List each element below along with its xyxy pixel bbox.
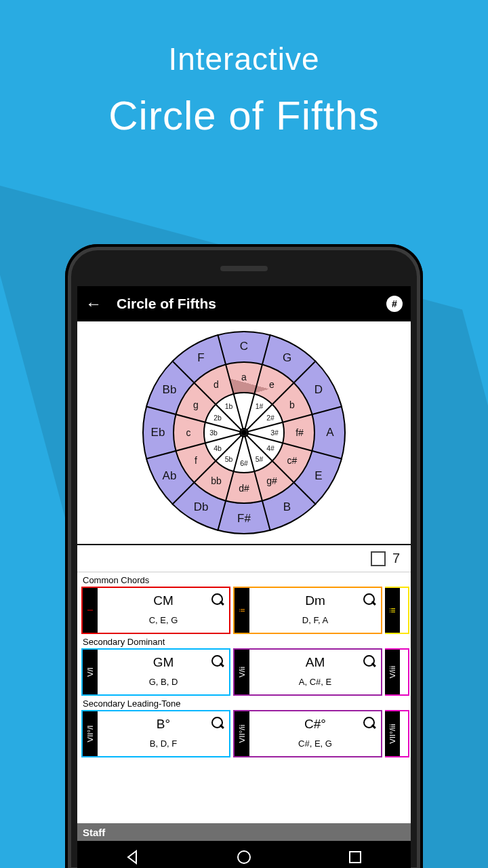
svg-rect-1 xyxy=(350,852,361,863)
magnify-icon[interactable] xyxy=(362,715,377,730)
android-nav-bar xyxy=(77,841,411,868)
circle-of-fifths-wheel[interactable]: CGDAEBF#DbAbEbBbFaebf#c#g#d#bbfcgd1#2#3#… xyxy=(77,321,411,545)
roman-numeral-flag: I xyxy=(83,588,98,633)
chord-section: Common ChordsICMC, E, GiiDmD, F, Aiii xyxy=(77,572,411,634)
roman-numeral-flag: VII°/iii xyxy=(385,711,400,756)
section-label: Secondary Dominant xyxy=(77,635,411,648)
magnify-icon[interactable] xyxy=(210,715,225,730)
chord-notes: C#, E, G xyxy=(249,738,381,749)
chord-notes: A, C#, E xyxy=(249,677,381,687)
nav-home-icon[interactable] xyxy=(236,849,252,865)
app-screen: ← Circle of Fifths # CGDAEBF#DbAbEbBbFae… xyxy=(77,286,411,841)
roman-numeral-flag: ii xyxy=(235,588,249,633)
chord-card[interactable]: VII°/iii xyxy=(385,710,409,757)
chord-card[interactable]: ICMC, E, G xyxy=(81,587,230,634)
chord-name: AM xyxy=(249,655,381,670)
svg-point-0 xyxy=(238,851,250,863)
sharp-icon: # xyxy=(392,298,397,309)
section-label: Common Chords xyxy=(77,574,411,587)
chord-cards-row[interactable]: V/IGMG, B, DV/iiAMA, C#, EV/iii xyxy=(77,648,411,696)
chord-card[interactable]: iiDmD, F, A xyxy=(233,587,382,634)
roman-numeral-flag: VII°/ii xyxy=(235,711,249,756)
speaker-icon xyxy=(220,266,268,271)
magnify-icon[interactable] xyxy=(362,592,377,607)
appbar-title: Circle of Fifths xyxy=(117,296,371,312)
chord-card[interactable]: V/iiAMA, C#, E xyxy=(233,648,382,696)
roman-numeral-flag: V/ii xyxy=(235,650,249,694)
device-frame: ← Circle of Fifths # CGDAEBF#DbAbEbBbFae… xyxy=(65,244,423,868)
chord-notes: C, E, G xyxy=(98,615,229,625)
chord-name: C#° xyxy=(249,717,381,732)
chord-notes: G, B, D xyxy=(98,677,229,687)
chord-card[interactable]: VII°/IB°B, D, F xyxy=(81,710,230,757)
chord-name: CM xyxy=(98,593,229,608)
roman-numeral-flag: iii xyxy=(385,588,400,633)
seventh-checkbox[interactable] xyxy=(371,551,386,566)
staff-section-header[interactable]: Staff xyxy=(77,823,411,841)
chord-cards-row[interactable]: VII°/IB°B, D, FVII°/iiC#°C#, E, GVII°/ii… xyxy=(77,710,411,757)
back-arrow-icon[interactable]: ← xyxy=(85,294,102,313)
promo-title: Interactive Circle of Fifths xyxy=(0,41,488,139)
chord-cards-row[interactable]: ICMC, E, GiiDmD, F, Aiii xyxy=(77,587,411,634)
seventh-label: 7 xyxy=(392,551,400,566)
options-row: 7 xyxy=(77,545,411,572)
chord-card[interactable]: V/iii xyxy=(385,648,409,696)
roman-numeral-flag: V/I xyxy=(83,650,98,694)
magnify-icon[interactable] xyxy=(362,654,377,669)
accidental-toggle-button[interactable]: # xyxy=(386,296,403,312)
chord-name: B° xyxy=(98,717,229,732)
chord-card[interactable]: V/IGMG, B, D xyxy=(81,648,230,696)
chord-card[interactable]: VII°/iiC#°C#, E, G xyxy=(233,710,382,757)
roman-numeral-flag: V/iii xyxy=(385,650,400,694)
chord-name: GM xyxy=(98,655,229,670)
promo-line2: Circle of Fifths xyxy=(0,92,488,139)
chord-section: Secondary DominantV/IGMG, B, DV/iiAMA, C… xyxy=(77,634,411,696)
nav-recent-icon[interactable] xyxy=(347,849,363,865)
chord-notes: D, F, A xyxy=(249,615,381,625)
chord-section: Secondary Leading-ToneVII°/IB°B, D, FVII… xyxy=(77,696,411,757)
app-bar: ← Circle of Fifths # xyxy=(77,286,411,321)
nav-back-icon[interactable] xyxy=(125,849,141,865)
staff-label: Staff xyxy=(83,827,105,838)
chord-notes: B, D, F xyxy=(98,738,229,749)
roman-numeral-flag: VII°/I xyxy=(83,711,98,756)
chord-name: Dm xyxy=(249,593,381,608)
section-label: Secondary Leading-Tone xyxy=(77,697,411,710)
magnify-icon[interactable] xyxy=(210,592,225,607)
promo-line1: Interactive xyxy=(0,41,488,77)
magnify-icon[interactable] xyxy=(210,654,225,669)
chord-card[interactable]: iii xyxy=(385,587,409,634)
